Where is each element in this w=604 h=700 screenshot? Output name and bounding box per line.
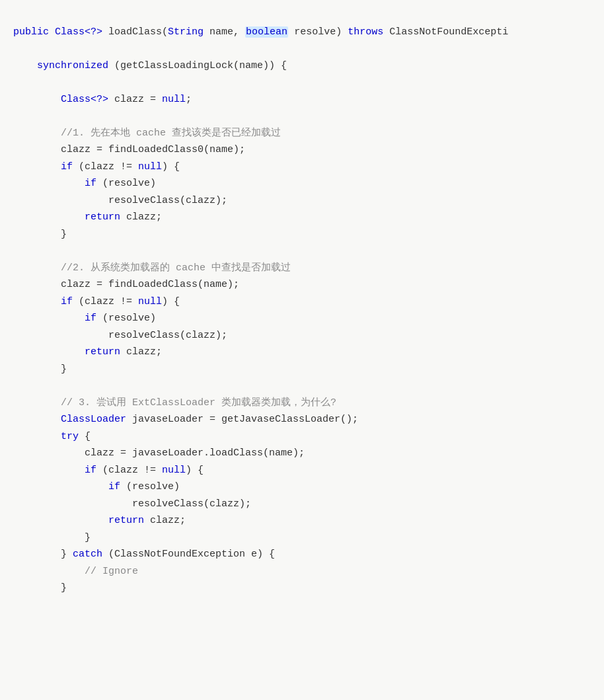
code-line — [0, 40, 604, 58]
code-line: try { — [0, 428, 604, 446]
code-line: clazz = findLoadedClass0(name); — [0, 141, 604, 159]
code-line: if (resolve) — [0, 175, 604, 192]
code-line — [0, 108, 604, 125]
code-line: return clazz; — [0, 512, 604, 529]
code-line: resolveClass(clazz); — [0, 327, 604, 344]
code-line: return clazz; — [0, 209, 604, 226]
code-block: public Class<?> loadClass(String name, b… — [0, 0, 604, 603]
code-line: } — [0, 361, 604, 378]
code-line: resolveClass(clazz); — [0, 192, 604, 210]
code-line: if (clazz != null) { — [0, 159, 604, 176]
code-line: } catch (ClassNotFoundException e) { — [0, 546, 604, 563]
code-line: } — [0, 226, 604, 243]
code-line: clazz = findLoadedClass(name); — [0, 276, 604, 293]
code-line: return clazz; — [0, 344, 604, 361]
code-line: synchronized (getClassLoadingLock(name))… — [0, 58, 604, 75]
code-line: // Ignore — [0, 563, 604, 580]
code-line — [0, 377, 604, 395]
code-line — [0, 74, 604, 91]
code-line: if (resolve) — [0, 479, 604, 496]
code-line: clazz = javaseLoader.loadClass(name); — [0, 445, 604, 462]
code-line: if (clazz != null) { — [0, 293, 604, 311]
code-line: // 3. 尝试用 ExtClassLoader 类加载器类加载，为什么? — [0, 395, 604, 412]
code-line: Class<?> clazz = null; — [0, 91, 604, 108]
code-line: //1. 先在本地 cache 查找该类是否已经加载过 — [0, 125, 604, 142]
code-line: } — [0, 580, 604, 597]
code-line — [0, 243, 604, 260]
code-line: ClassLoader javaseLoader = getJavaseClas… — [0, 411, 604, 428]
code-line: //2. 从系统类加载器的 cache 中查找是否加载过 — [0, 260, 604, 277]
code-line: } — [0, 529, 604, 547]
code-line: public Class<?> loadClass(String name, b… — [0, 24, 604, 41]
code-line: resolveClass(clazz); — [0, 496, 604, 513]
code-line: if (resolve) — [0, 310, 604, 327]
code-line: if (clazz != null) { — [0, 462, 604, 479]
